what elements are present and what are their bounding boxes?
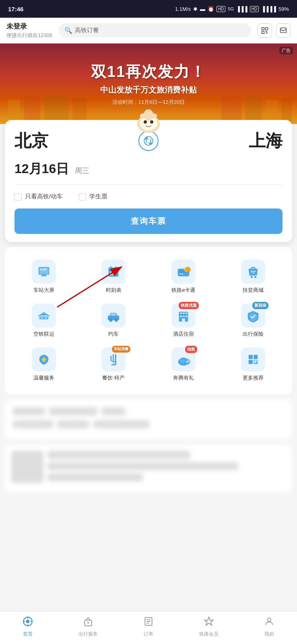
service-car-booking[interactable]: 约车 [79,299,149,343]
from-city[interactable]: 北京 [14,130,48,152]
bluetooth-icon: ✱ [193,6,198,12]
poverty-mall-label: 扶贫商城 [243,287,264,294]
svg-point-17 [140,114,146,118]
dining-label: 餐饮·特产 [102,375,125,382]
status-right: 1.1M/s ✱ ▬ ⏰ HD 5G ▐▐▐ HD ▐▐▐▐ 59% [175,6,289,12]
booking-card: 北京 上海 12月16日 周三 只看高铁/动车 学生票 [5,120,292,242]
student-ticket-filter[interactable]: 学生票 [79,193,107,200]
student-label: 学生票 [89,193,107,200]
svg-rect-73 [254,360,258,364]
svg-point-39 [186,267,191,272]
svg-rect-59 [183,316,185,317]
svg-rect-60 [186,316,188,317]
services-section: 车站大屏 时刻表 [5,247,292,394]
service-hotel[interactable]: 铁路优惠 酒店住宿 [148,299,219,343]
more-icon-wrap [241,347,265,372]
suitcase-icon [83,616,93,629]
ticket-options: 只看高铁/动车 学生票 [14,193,283,200]
insurance-icon-wrap: 新冠保 [241,303,265,328]
home-icon [23,616,33,629]
service-air-rail[interactable]: 空铁联运 [9,299,79,343]
svg-point-18 [151,114,157,118]
svg-point-79 [26,620,30,623]
nav-orders[interactable]: 订单 [137,615,160,639]
service-warm[interactable]: 温馨服务 [9,343,79,386]
poverty-mall-icon-wrap [241,260,265,284]
hotel-label: 酒店住宿 [173,331,194,338]
svg-rect-65 [111,364,116,365]
app-header: 未登录 便捷出行就在12306 🔍 高铁订餐 [0,18,297,43]
gift-label: 奔腾有礼 [173,375,194,382]
svg-rect-21 [41,275,46,277]
header-login-area[interactable]: 未登录 便捷出行就在12306 [6,22,52,39]
svg-rect-70 [249,355,253,359]
banner-content: 双11再次发力！ 中山发放千万文旅消费补贴 活动时间：11月6日—12月20日 [91,62,206,106]
svg-rect-63 [111,355,112,361]
alarm-icon: ⏰ [208,6,214,12]
service-station-screen[interactable]: 车站大屏 [9,255,79,299]
bottom-navigation: 首页 出行服务 订单 铁路会 [0,611,297,644]
svg-rect-56 [183,312,185,314]
ecard-icon-wrap [171,260,196,284]
service-gift[interactable]: 抽奖 奔腾有礼 [148,343,219,386]
ecard-label: 铁路e卡通 [171,287,195,294]
more-label: 更多推荐 [243,375,264,382]
service-insurance[interactable]: 新冠保 出行保险 [219,299,289,343]
svg-point-40 [251,276,253,278]
svg-point-15 [150,120,153,124]
highspeed-label: 只看高铁/动车 [25,193,63,200]
svg-rect-57 [186,312,188,314]
svg-rect-62 [113,354,114,361]
date-selector[interactable]: 12月16日 周三 [14,160,283,185]
gift-badge: 抽奖 [185,346,197,353]
station-screen-label: 车站大屏 [33,287,54,294]
member-icon [204,616,214,629]
gift-icon-wrap: 抽奖 [171,347,196,372]
svg-rect-54 [179,314,188,315]
station-screen-icon-wrap [32,260,56,284]
svg-rect-34 [112,274,114,275]
service-dining[interactable]: 车站用餐 餐饮·特产 [79,343,149,386]
svg-rect-61 [182,318,185,322]
timetable-label: 时刻表 [106,287,122,294]
search-bar[interactable]: 🔍 高铁订餐 [59,23,251,37]
message-button[interactable] [276,23,291,38]
highspeed-checkbox[interactable] [14,193,22,200]
scan-button[interactable] [258,23,272,38]
mascot-character [134,108,163,136]
svg-rect-75 [254,361,257,362]
svg-rect-30 [110,272,112,273]
banner-title: 双11再次发力！ [91,62,206,82]
svg-point-19 [144,136,153,145]
nav-mine[interactable]: 我的 [258,615,281,639]
warm-label: 温馨服务 [33,375,54,382]
service-timetable[interactable]: 时刻表 [79,255,149,299]
svg-rect-44 [39,316,48,320]
insurance-label: 出行保险 [243,331,264,338]
status-time: 17:46 [8,6,23,12]
search-tickets-button[interactable]: 查询车票 [14,208,283,234]
svg-point-87 [267,618,271,621]
nav-travel[interactable]: 出行服务 [72,615,104,639]
person-icon [264,616,274,629]
service-ecard[interactable]: 铁路e卡通 [148,255,219,299]
hotel-badge: 铁路优惠 [179,302,199,309]
student-checkbox[interactable] [79,193,86,200]
nav-home[interactable]: 首页 [16,615,39,639]
svg-rect-0 [262,27,264,30]
blurred-section-2 [5,444,292,493]
svg-rect-6 [44,94,68,124]
highspeed-filter[interactable]: 只看高铁/动车 [14,193,63,200]
svg-rect-31 [112,272,114,273]
network-speed: 1.1M/s [175,6,191,12]
nav-member[interactable]: 铁路会员 [193,615,225,639]
svg-rect-9 [245,94,262,124]
services-grid: 车站大屏 时刻表 [9,255,288,386]
service-more[interactable]: 更多推荐 [219,343,289,386]
svg-point-46 [45,317,47,319]
svg-point-50 [110,319,112,321]
car-booking-label: 约车 [108,331,119,338]
to-city[interactable]: 上海 [249,130,283,152]
banner-date: 活动时间：11月6日—12月20日 [91,99,206,106]
service-poverty-mall[interactable]: 扶贫商城 [219,255,289,299]
